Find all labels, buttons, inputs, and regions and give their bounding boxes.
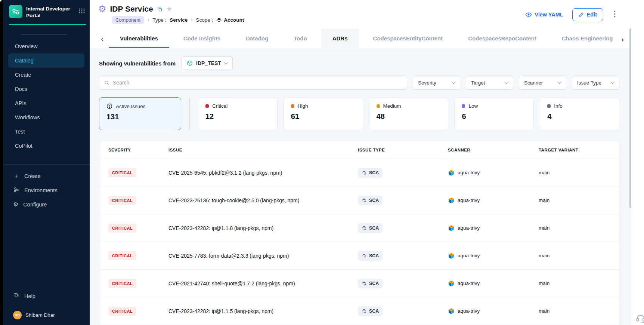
stat-card-low[interactable]: Low 6 (454, 97, 534, 130)
severity-badge: CRITICAL (108, 307, 136, 316)
issue-type-label: SCA (369, 198, 379, 203)
sidebar-item-overview[interactable]: Overview (8, 39, 84, 53)
search-input[interactable] (113, 80, 402, 86)
scanner-cell: aqua-trivy (448, 225, 539, 232)
scanner-label: aqua-trivy (458, 170, 480, 175)
sidebar-item-workflows[interactable]: Workflows (8, 110, 84, 125)
copy-icon[interactable] (157, 6, 162, 12)
sidebar-environments-label: Environments (24, 187, 58, 193)
tab-vulnerabilities[interactable]: Vulnerabilities (109, 29, 169, 48)
stat-card-critical[interactable]: Critical 12 (198, 97, 278, 130)
tabs-scroll-left-icon[interactable]: ‹ (97, 29, 107, 48)
chevron-down-icon (610, 80, 614, 84)
scanner-cell: aqua-trivy (448, 252, 539, 259)
stat-card-info[interactable]: Info 4 (540, 97, 619, 130)
support-headset-icon[interactable] (635, 313, 644, 325)
scope-value: Account (224, 17, 244, 23)
sidebar-item-test[interactable]: Test (8, 125, 84, 139)
apps-grid-icon[interactable] (78, 5, 85, 15)
tab-chaos-engineering[interactable]: Chaos Engineering (551, 29, 624, 48)
sidebar-create-button[interactable]: + Create (8, 169, 84, 183)
stat-critical-label: Critical (212, 103, 227, 109)
stats-divider (189, 97, 190, 130)
edit-label: Edit (587, 12, 597, 18)
medium-bullet-icon (377, 104, 380, 108)
tab-todo[interactable]: Todo (282, 29, 318, 48)
filter-target[interactable]: Target (466, 76, 513, 90)
page-title: IDP Service (110, 4, 153, 13)
sidebar: Internal Developer Portal Overview Catal… (3, 0, 90, 325)
issue-type-chip: SCA (358, 223, 383, 233)
table-row[interactable]: CRITICAL CVE-2023-42282: ip@1.1.8 (lang-… (99, 214, 619, 242)
filter-severity-label: Severity (418, 80, 436, 86)
view-yaml-button[interactable]: View YAML (525, 11, 563, 18)
sidebar-item-create[interactable]: Create (8, 68, 84, 82)
stat-high-value: 61 (291, 112, 356, 121)
severity-badge: CRITICAL (108, 168, 136, 177)
main-area: ⚙ IDP Service ★ Component • Type : Servi… (90, 0, 644, 325)
brand-logo-icon[interactable] (9, 5, 22, 18)
tab-codespaces-entity-content[interactable]: CodespacesEntityContent (362, 29, 454, 48)
sidebar-nav: Overview Catalog Create Docs APIs Workfl… (3, 39, 90, 153)
pencil-icon (579, 12, 584, 17)
type-label: Type : (152, 17, 166, 23)
edit-button[interactable]: Edit (572, 8, 603, 21)
project-select[interactable]: IDP_TEST (182, 56, 233, 70)
target-variant-cell: main (539, 170, 610, 175)
tab-adrs[interactable]: ADRs (321, 29, 359, 48)
target-variant-cell: main (539, 280, 610, 286)
sidebar-configure-button[interactable]: ⚙ Configure (8, 197, 84, 212)
issue-type-label: SCA (369, 253, 379, 258)
tabs-scroll-right-icon[interactable]: › (616, 29, 624, 48)
vertical-scrollbar[interactable] (629, 28, 631, 208)
filter-scanner[interactable]: Scanner (519, 76, 566, 90)
sidebar-configure-label: Configure (23, 202, 47, 208)
target-variant-cell: main (539, 225, 610, 231)
filter-target-label: Target (471, 80, 485, 86)
search-box (99, 76, 407, 90)
scanner-label: aqua-trivy (458, 253, 480, 258)
filter-severity[interactable]: Severity (413, 76, 460, 90)
svg-text:?: ? (15, 294, 16, 296)
chevron-down-icon (557, 80, 561, 84)
chevron-down-icon (224, 60, 228, 64)
sidebar-bottom: ? Help SD Shibam Dhar (3, 289, 90, 325)
gear-icon: ⚙ (13, 202, 18, 208)
target-variant-cell: main (539, 253, 610, 258)
sidebar-item-docs[interactable]: Docs (8, 82, 84, 96)
tab-codespaces-repo-content[interactable]: CodespacesRepoContent (457, 29, 548, 48)
sidebar-item-catalog[interactable]: Catalog (8, 53, 84, 68)
issue-cell: CVE-2025-7783: form-data@2.3.3 (lang-pkg… (168, 253, 358, 259)
table-row[interactable]: CRITICAL CVE-2025-6545: pbkdf2@3.1.2 (la… (99, 159, 619, 187)
service-gear-icon: ⚙ (98, 4, 106, 13)
table-row[interactable]: CRITICAL CVE-2023-42282: ip@1.1.5 (lang-… (99, 297, 619, 325)
scanner-cell: aqua-trivy (448, 169, 539, 176)
scanner-cell: aqua-trivy (448, 280, 539, 287)
severity-badge: CRITICAL (108, 196, 136, 205)
stat-card-active-issues[interactable]: Active Issues 131 (99, 97, 181, 130)
table-row[interactable]: CRITICAL CVE-2025-7783: form-data@2.3.3 … (99, 242, 619, 270)
critical-bullet-icon (205, 104, 209, 108)
user-name: Shibam Dhar (25, 312, 55, 318)
stat-card-medium[interactable]: Medium 48 (369, 97, 449, 130)
scanner-label: aqua-trivy (458, 280, 480, 286)
help-chat-icon: ? (13, 292, 19, 300)
help-button[interactable]: ? Help (8, 289, 84, 303)
sidebar-item-apis[interactable]: APIs (8, 96, 84, 110)
tab-datadog[interactable]: Datadog (235, 29, 279, 48)
table-row[interactable]: CRITICAL CVE-2023-26136: tough-cookie@2.… (99, 187, 619, 214)
sidebar-secondary: + Create Environments ⚙ Configure (3, 164, 90, 212)
filter-issue-type-label: Issue Type (577, 80, 601, 86)
sidebar-environments-button[interactable]: Environments (8, 183, 84, 197)
table-row[interactable]: CRITICAL CVE-2021-42740: shell-quote@1.7… (99, 270, 619, 297)
filter-issue-type[interactable]: Issue Type (572, 76, 619, 90)
stat-card-high[interactable]: High 61 (284, 97, 363, 130)
issue-cell: CVE-2023-42282: ip@1.1.5 (lang-pkgs, npm… (168, 308, 358, 314)
sidebar-create-label: Create (24, 173, 41, 179)
more-options-icon[interactable] (612, 9, 617, 21)
user-menu[interactable]: SD Shibam Dhar (8, 309, 84, 321)
sidebar-item-copilot[interactable]: CoPilot (8, 139, 84, 153)
col-severity: SEVERITY (108, 148, 168, 152)
favorite-star-icon[interactable]: ★ (166, 6, 172, 12)
tab-code-insights[interactable]: Code Insights (172, 29, 232, 48)
